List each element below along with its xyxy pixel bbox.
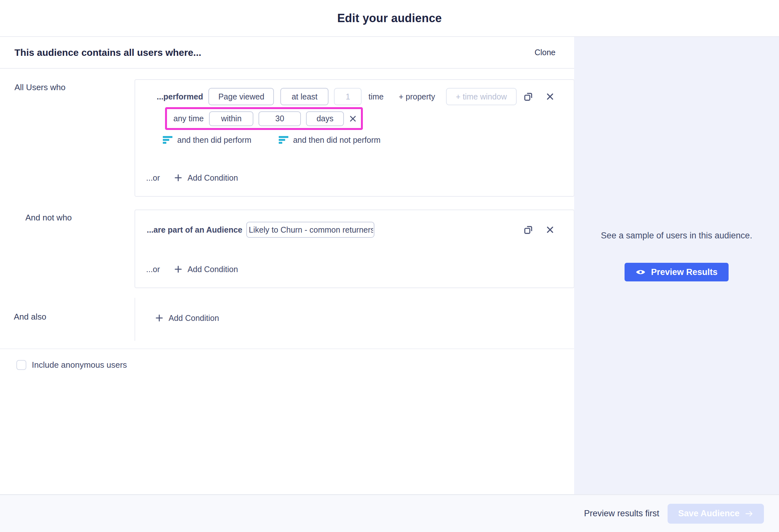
add-condition-button[interactable]: Add Condition	[156, 314, 219, 323]
time-window-input[interactable]	[446, 88, 517, 105]
close-icon	[349, 115, 356, 122]
copy-icon	[523, 224, 534, 235]
footer-hint: Preview results first	[584, 509, 659, 519]
save-audience-button[interactable]: Save Audience	[668, 504, 764, 524]
time-value-input[interactable]	[258, 111, 301, 126]
or-label: ...or	[146, 265, 160, 274]
modal-header: Edit your audience	[0, 0, 779, 36]
close-icon	[546, 93, 554, 101]
save-audience-label: Save Audience	[678, 509, 739, 519]
remove-condition-button[interactable]	[546, 226, 554, 234]
duplicate-condition-button[interactable]	[523, 91, 534, 102]
add-condition-label: Add Condition	[169, 314, 219, 323]
include-anonymous-label: Include anonymous users	[32, 360, 127, 370]
remove-condition-button[interactable]	[546, 93, 554, 101]
operator-select[interactable]: at least	[280, 88, 328, 105]
or-label: ...or	[146, 173, 160, 183]
event-select[interactable]: Page viewed	[208, 88, 274, 105]
audience-builder-panel: This audience contains all users where..…	[0, 37, 574, 494]
include-anonymous-row: Include anonymous users	[16, 359, 127, 370]
count-suffix-label: time	[368, 92, 383, 102]
filter-icon	[163, 136, 172, 144]
arrow-right-icon	[745, 510, 753, 517]
section-label-and-not-who: And not who	[25, 213, 72, 223]
time-unit-select[interactable]: days	[306, 111, 344, 126]
plus-icon	[174, 265, 182, 273]
count-input[interactable]	[334, 88, 362, 105]
condition-card-audience: ...are part of an Audience Likely to Chu…	[134, 209, 575, 288]
preview-sidebar: See a sample of users in this audience. …	[574, 37, 779, 494]
add-condition-button[interactable]: Add Condition	[174, 265, 238, 274]
and-also-row: Add Condition	[156, 310, 219, 326]
then-did-perform-link[interactable]: and then did perform	[163, 135, 251, 145]
performed-label: ...performed	[157, 92, 203, 102]
copy-icon	[523, 91, 534, 102]
eye-icon	[636, 269, 646, 276]
preview-results-label: Preview Results	[651, 267, 717, 277]
audience-select[interactable]: Likely to Churn - common returners	[246, 222, 374, 238]
close-icon	[546, 226, 554, 234]
audience-select-value: Likely to Churn - common returners	[249, 225, 373, 235]
and-also-rail	[134, 298, 135, 341]
time-filter-highlight: any time within days	[165, 107, 363, 130]
performed-condition-row: ...performed Page viewed at least time +…	[157, 88, 554, 105]
then-did-not-perform-label: and then did not perform	[293, 135, 380, 145]
footer-bar: Preview results first Save Audience	[0, 494, 779, 532]
audience-condition-row: ...are part of an Audience Likely to Chu…	[147, 222, 554, 238]
add-condition-label: Add Condition	[187, 265, 238, 274]
or-add-condition-row: ...or Add Condition	[146, 170, 238, 186]
or-add-condition-row: ...or Add Condition	[146, 261, 238, 277]
any-time-label: any time	[173, 114, 203, 123]
add-condition-label: Add Condition	[187, 173, 238, 183]
preview-results-button[interactable]: Preview Results	[624, 263, 728, 281]
add-property-link[interactable]: + property	[399, 92, 435, 102]
builder-heading: This audience contains all users where..…	[14, 47, 201, 58]
preview-message: See a sample of users in this audience.	[598, 229, 755, 243]
plus-icon	[174, 174, 182, 182]
edit-audience-modal: Edit your audience This audience contain…	[0, 0, 779, 532]
audience-condition-label: ...are part of an Audience	[147, 225, 242, 235]
options-divider	[0, 348, 574, 349]
condition-card-performed: ...performed Page viewed at least time +…	[134, 79, 575, 197]
plus-icon	[156, 314, 163, 322]
then-did-not-perform-link[interactable]: and then did not perform	[279, 135, 380, 145]
time-comparator-select[interactable]: within	[209, 111, 253, 126]
then-did-perform-label: and then did perform	[177, 135, 251, 145]
duplicate-condition-button[interactable]	[523, 224, 534, 235]
page-title: Edit your audience	[337, 11, 442, 25]
builder-heading-bar: This audience contains all users where..…	[0, 37, 574, 69]
filter-icon	[279, 136, 288, 144]
sequence-links-row: and then did perform and then did not pe…	[163, 134, 380, 146]
section-label-and-also: And also	[14, 312, 46, 322]
section-label-all-users: All Users who	[14, 82, 65, 92]
add-condition-button[interactable]: Add Condition	[174, 173, 238, 183]
clone-button[interactable]: Clone	[535, 48, 555, 57]
include-anonymous-checkbox[interactable]	[16, 360, 26, 370]
remove-time-filter-button[interactable]	[349, 115, 356, 122]
